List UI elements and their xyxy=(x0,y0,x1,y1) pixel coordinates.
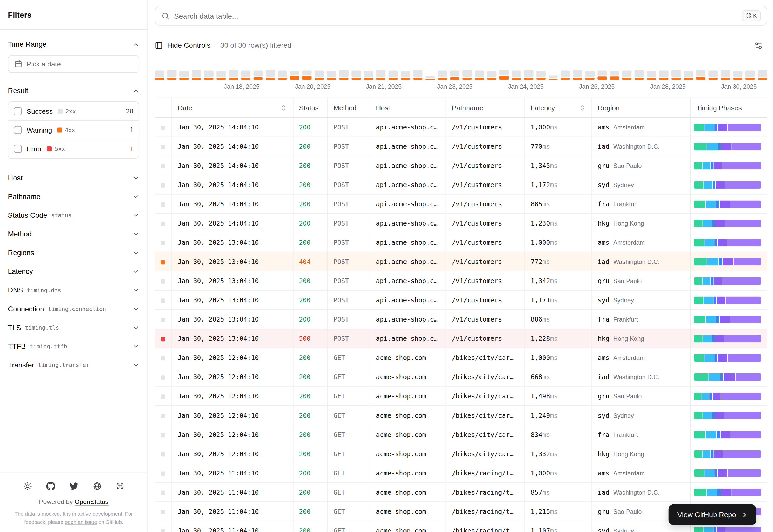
github-icon[interactable] xyxy=(46,481,56,491)
table-row[interactable]: Jan 30, 2025 14:04:10200POSTapi.acme-sho… xyxy=(155,194,767,214)
timeline-bar[interactable] xyxy=(327,71,336,80)
checkbox[interactable] xyxy=(14,126,22,134)
command-icon[interactable]: ⌘ xyxy=(115,481,125,491)
column-header-date[interactable]: Date xyxy=(172,98,293,118)
timeline-bar[interactable] xyxy=(462,70,472,80)
timeline-bar[interactable] xyxy=(733,71,742,80)
timeline-bar[interactable] xyxy=(192,70,201,80)
column-header-pathname[interactable]: Pathname xyxy=(446,98,525,118)
timeline-bar[interactable] xyxy=(290,71,300,80)
timeline-bar[interactable] xyxy=(598,70,607,80)
date-picker-button[interactable]: Pick a date xyxy=(8,55,139,73)
timeline-bar[interactable] xyxy=(610,71,619,80)
timeline-bar[interactable] xyxy=(241,70,250,80)
timeline-bar[interactable] xyxy=(758,70,767,80)
table-row[interactable]: Jan 30, 2025 12:04:10200GETacme-shop.com… xyxy=(155,367,767,386)
table-row[interactable]: Jan 30, 2025 14:04:10200POSTapi.acme-sho… xyxy=(155,137,767,156)
result-option-warning[interactable]: Warning4xx1 xyxy=(8,121,139,139)
table-row[interactable]: Jan 30, 2025 13:04:10200POSTapi.acme-sho… xyxy=(155,271,767,290)
timeline-bar[interactable] xyxy=(179,71,189,80)
timeline-bar[interactable] xyxy=(352,70,361,80)
timeline-bar[interactable] xyxy=(217,71,226,80)
openstatus-link[interactable]: OpenStatus xyxy=(74,498,108,506)
filter-section-host[interactable]: Host xyxy=(8,168,139,187)
result-option-success[interactable]: Success2xx28 xyxy=(8,102,139,121)
timeline-bar[interactable] xyxy=(413,70,423,80)
timeline-bar[interactable] xyxy=(524,70,533,80)
table-row[interactable]: Jan 30, 2025 13:04:10200POSTapi.acme-sho… xyxy=(155,233,767,252)
timeline-bar[interactable] xyxy=(536,71,545,80)
filter-section-result[interactable]: Result xyxy=(8,81,139,100)
timeline-bar[interactable] xyxy=(647,71,656,80)
column-header-region[interactable]: Region xyxy=(592,98,690,118)
table-row[interactable]: Jan 30, 2025 11:04:10200GETacme-shop.com… xyxy=(155,482,767,502)
sort-icon[interactable] xyxy=(280,104,287,111)
timeline-bar[interactable] xyxy=(339,70,349,80)
view-github-repo-button[interactable]: View GitHub Repo xyxy=(669,504,756,525)
table-row[interactable]: Jan 30, 2025 14:04:10200POSTapi.acme-sho… xyxy=(155,175,767,194)
timeline-bar[interactable] xyxy=(438,70,447,80)
timeline-bar[interactable] xyxy=(659,70,669,80)
timeline-bar[interactable] xyxy=(573,70,583,80)
timeline-bar[interactable] xyxy=(204,70,213,80)
timeline-bar[interactable] xyxy=(389,70,398,80)
filter-section-connection[interactable]: Connectiontiming.connection xyxy=(8,299,139,318)
table-row[interactable]: Jan 30, 2025 14:04:10200POSTapi.acme-sho… xyxy=(155,118,767,137)
timeline-bar[interactable] xyxy=(253,70,263,80)
checkbox[interactable] xyxy=(14,107,22,115)
table-row[interactable]: Jan 30, 2025 12:04:10200GETacme-shop.com… xyxy=(155,444,767,463)
table-row[interactable]: Jan 30, 2025 12:04:10200GETacme-shop.com… xyxy=(155,406,767,425)
open-issue-link[interactable]: open an issue xyxy=(65,519,97,525)
filter-section-transfer[interactable]: Transfertiming.transfer xyxy=(8,356,139,374)
timeline-bar[interactable] xyxy=(745,70,755,80)
table-row[interactable]: Jan 30, 2025 13:04:10404POSTapi.acme-sho… xyxy=(155,252,767,271)
timeline-bar[interactable] xyxy=(487,71,496,80)
filter-section-status-code[interactable]: Status Codestatus xyxy=(8,206,139,224)
timeline-bar[interactable] xyxy=(155,70,164,80)
theme-icon[interactable] xyxy=(22,481,32,491)
filter-section-tls[interactable]: TLStiming.tls xyxy=(8,318,139,337)
filter-section-dns[interactable]: DNStiming.dns xyxy=(8,281,139,299)
timeline-bar[interactable] xyxy=(635,70,644,80)
timeline-bar[interactable] xyxy=(474,70,484,80)
timeline-bar[interactable] xyxy=(696,70,706,80)
timeline-bar[interactable] xyxy=(548,75,558,80)
table-row[interactable]: Jan 30, 2025 14:04:10200POSTapi.acme-sho… xyxy=(155,156,767,175)
column-header-status[interactable]: Status xyxy=(293,98,327,118)
timeline-bar[interactable] xyxy=(672,70,681,80)
table-row[interactable]: Jan 30, 2025 12:04:10200GETacme-shop.com… xyxy=(155,348,767,367)
timeline-bar[interactable] xyxy=(622,70,632,80)
timeline-bar[interactable] xyxy=(315,70,324,80)
globe-icon[interactable] xyxy=(92,481,102,491)
table-row[interactable]: Jan 30, 2025 14:04:10200POSTapi.acme-sho… xyxy=(155,214,767,233)
timeline-bar[interactable] xyxy=(425,76,435,80)
column-header-host[interactable]: Host xyxy=(370,98,446,118)
timeline-bar[interactable] xyxy=(684,71,693,80)
column-header-timing-phases[interactable]: Timing Phases xyxy=(690,98,767,118)
hide-controls-button[interactable]: Hide Controls xyxy=(155,41,211,49)
twitter-icon[interactable] xyxy=(69,481,79,491)
filter-section-pathname[interactable]: Pathname xyxy=(8,187,139,206)
timeline-bar[interactable] xyxy=(511,70,521,80)
timeline-bar[interactable] xyxy=(364,71,373,80)
timeline-bar[interactable] xyxy=(721,70,730,80)
timeline-bar[interactable] xyxy=(167,70,176,80)
table-row[interactable]: Jan 30, 2025 13:04:10200POSTapi.acme-sho… xyxy=(155,290,767,310)
column-header-method[interactable]: Method xyxy=(327,98,370,118)
table-row[interactable]: Jan 30, 2025 12:04:10200GETacme-shop.com… xyxy=(155,386,767,406)
timeline-bar[interactable] xyxy=(278,70,287,80)
timeline-bar[interactable] xyxy=(450,70,459,80)
table-row[interactable]: Jan 30, 2025 13:04:10200POSTapi.acme-sho… xyxy=(155,310,767,329)
timeline-bar[interactable] xyxy=(561,70,570,80)
table-row[interactable]: Jan 30, 2025 12:04:10200GETacme-shop.com… xyxy=(155,425,767,444)
timeline-bar[interactable] xyxy=(499,70,508,80)
result-option-error[interactable]: Error5xx1 xyxy=(8,139,139,158)
timeline-bar[interactable] xyxy=(376,70,385,80)
view-options-button[interactable] xyxy=(749,36,767,54)
timeline-bar[interactable] xyxy=(708,70,718,80)
table-row[interactable]: Jan 30, 2025 13:04:10500POSTapi.acme-sho… xyxy=(155,329,767,348)
timeline-bar[interactable] xyxy=(586,71,595,80)
column-header-latency[interactable]: Latency xyxy=(524,98,592,118)
timeline-bar[interactable] xyxy=(401,71,410,80)
timeline-bar[interactable] xyxy=(266,70,275,80)
